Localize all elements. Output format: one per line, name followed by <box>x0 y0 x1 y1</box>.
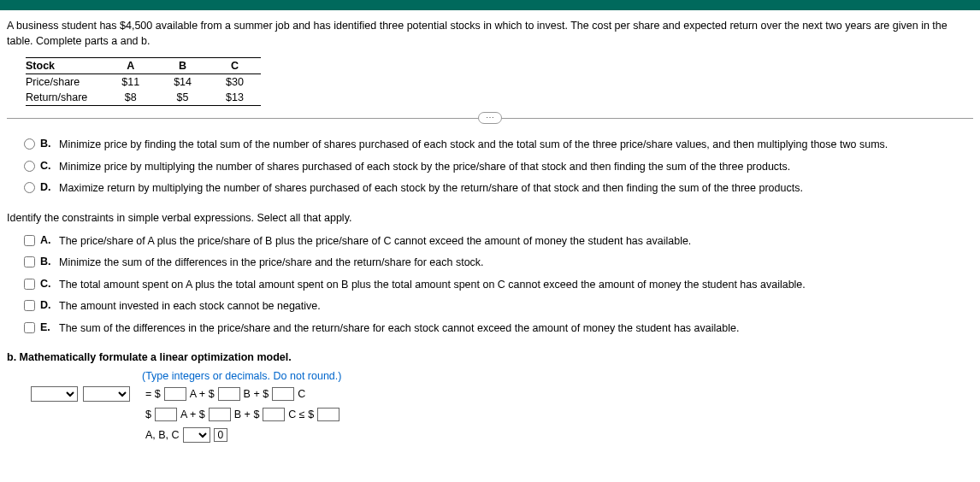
problem-statement: A business student has $4,500 available … <box>7 19 973 49</box>
input-hint: (Type integers or decimals. Do not round… <box>142 370 973 382</box>
option-row-d: D. Maximize return by multiplying the nu… <box>7 178 973 200</box>
window-header-bar <box>0 0 980 10</box>
check-a[interactable] <box>24 235 35 246</box>
check-row-e: E. The sum of the differences in the pri… <box>7 318 973 340</box>
option-text: Minimize price by finding the total sum … <box>59 138 973 153</box>
eq-text: = $ <box>145 388 161 400</box>
eq-text: B + $ <box>234 409 260 420</box>
table-row: Return/share $8 $5 $13 <box>26 90 261 106</box>
option-letter: D. <box>40 299 54 311</box>
td-val: $11 <box>104 74 156 91</box>
table-header-row: Stock A B C <box>26 58 261 74</box>
td-val: $8 <box>104 90 156 106</box>
td-val: $30 <box>209 74 261 91</box>
eq-text: A + $ <box>180 409 205 420</box>
problem-content: A business student has $4,500 available … <box>0 10 980 456</box>
radio-c[interactable] <box>24 161 35 172</box>
check-c[interactable] <box>24 279 35 290</box>
option-letter: D. <box>40 181 54 193</box>
coef-c-obj[interactable] <box>272 387 294 401</box>
objective-select-1[interactable] <box>31 386 78 402</box>
option-text: Maximize return by multiplying the numbe… <box>59 181 973 197</box>
check-row-c: C. The total amount spent on A plus the … <box>7 274 973 297</box>
objective-select-2[interactable] <box>83 386 130 402</box>
part-b-heading: b. Mathematically formulate a linear opt… <box>7 351 973 363</box>
option-text: The sum of the differences in the price/… <box>59 321 973 337</box>
coef-a-con[interactable] <box>155 408 177 421</box>
table-row: Price/share $11 $14 $30 <box>26 74 261 91</box>
th-c: C <box>209 58 261 74</box>
constraint-row: $ A + $ B + $ C ≤ $ <box>31 406 973 423</box>
td-val: $5 <box>156 90 209 106</box>
expand-button[interactable]: ⋯ <box>478 112 502 124</box>
zero-literal: 0 <box>214 428 228 442</box>
formulation-block: (Type integers or decimals. Do not round… <box>31 370 973 444</box>
option-text: The total amount spent on A plus the tot… <box>59 278 973 293</box>
eq-text: C <box>298 388 305 400</box>
td-val: $14 <box>156 74 209 91</box>
option-letter: B. <box>40 256 54 267</box>
objective-row: = $ A + $ B + $ C <box>31 385 973 403</box>
check-row-a: A. The price/share of A plus the price/s… <box>7 231 973 253</box>
option-letter: C. <box>40 160 54 172</box>
coef-b-con[interactable] <box>209 408 231 421</box>
checkbox-options: A. The price/share of A plus the price/s… <box>7 231 973 340</box>
check-d[interactable] <box>24 300 35 311</box>
stock-table: Stock A B C Price/share $11 $14 $30 Retu… <box>26 57 261 106</box>
option-text: The amount invested in each stock cannot… <box>59 299 973 314</box>
check-b[interactable] <box>24 256 35 267</box>
check-row-b: B. Minimize the sum of the differences i… <box>7 252 973 274</box>
th-b: B <box>156 58 209 74</box>
td-val: $13 <box>209 90 261 106</box>
rhs-con[interactable] <box>317 408 339 421</box>
coef-a-obj[interactable] <box>164 387 186 401</box>
eq-text: A + $ <box>190 388 215 400</box>
option-text: Minimize price by multiplying the number… <box>59 160 973 175</box>
radio-b[interactable] <box>24 138 35 150</box>
coef-b-obj[interactable] <box>218 387 240 401</box>
eq-text: A, B, C <box>145 429 180 441</box>
check-e[interactable] <box>24 322 35 333</box>
nonneg-row: A, B, C 0 <box>31 426 973 444</box>
td-label: Return/share <box>26 90 104 106</box>
eq-text: B + $ <box>244 388 269 400</box>
option-letter: E. <box>40 321 54 333</box>
radio-d[interactable] <box>24 182 35 193</box>
option-letter: C. <box>40 278 54 290</box>
eq-text: C ≤ $ <box>288 409 314 420</box>
th-stock: Stock <box>26 58 104 74</box>
constraint-question: Identify the constraints in simple verba… <box>7 212 973 224</box>
option-letter: A. <box>40 234 54 246</box>
eq-text: $ <box>145 409 151 420</box>
option-text: The price/share of A plus the price/shar… <box>59 234 973 250</box>
option-text: Minimize the sum of the differences in t… <box>59 256 973 271</box>
option-letter: B. <box>40 138 54 150</box>
option-row-c: C. Minimize price by multiplying the num… <box>7 156 973 179</box>
radio-options: B. Minimize price by finding the total s… <box>7 134 973 200</box>
section-divider: ⋯ <box>7 118 973 119</box>
coef-c-con[interactable] <box>263 408 285 421</box>
nonneg-select[interactable] <box>183 427 210 443</box>
th-a: A <box>104 58 156 74</box>
td-label: Price/share <box>26 74 104 91</box>
option-row-b: B. Minimize price by finding the total s… <box>7 134 973 156</box>
check-row-d: D. The amount invested in each stock can… <box>7 296 973 318</box>
